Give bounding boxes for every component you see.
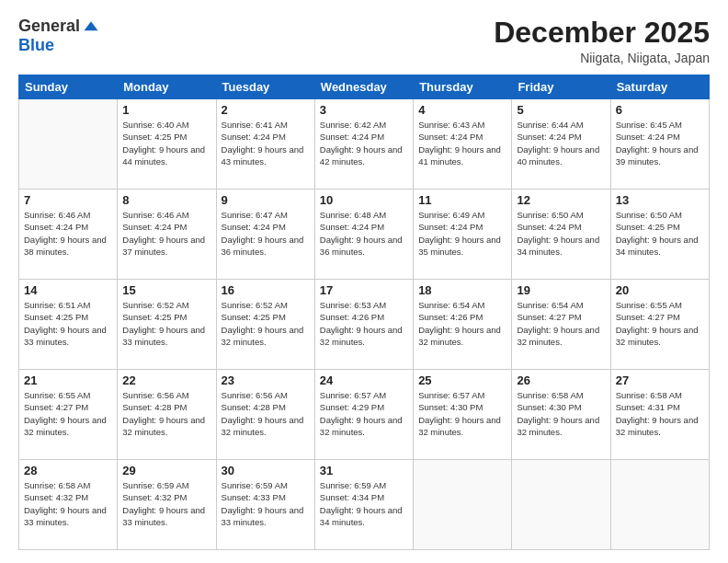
day-cell: 25Sunrise: 6:57 AM Sunset: 4:30 PM Dayli…: [414, 370, 512, 460]
day-info: Sunrise: 6:59 AM Sunset: 4:34 PM Dayligh…: [320, 479, 408, 528]
day-info: Sunrise: 6:53 AM Sunset: 4:26 PM Dayligh…: [320, 299, 408, 348]
week-row-3: 21Sunrise: 6:55 AM Sunset: 4:27 PM Dayli…: [19, 370, 710, 460]
day-number: 4: [418, 103, 506, 117]
weekday-header-saturday: Saturday: [610, 75, 709, 99]
day-cell: 8Sunrise: 6:46 AM Sunset: 4:24 PM Daylig…: [118, 190, 216, 280]
day-number: 13: [616, 193, 704, 207]
day-cell: 23Sunrise: 6:56 AM Sunset: 4:28 PM Dayli…: [216, 370, 314, 460]
day-number: 16: [222, 283, 310, 297]
day-number: 26: [517, 373, 605, 387]
day-cell: 19Sunrise: 6:54 AM Sunset: 4:27 PM Dayli…: [512, 280, 610, 370]
logo-icon: [82, 17, 100, 36]
day-cell: 21Sunrise: 6:55 AM Sunset: 4:27 PM Dayli…: [19, 370, 118, 460]
weekday-header-wednesday: Wednesday: [314, 75, 413, 99]
day-cell: 7Sunrise: 6:46 AM Sunset: 4:24 PM Daylig…: [19, 190, 118, 280]
calendar-subtitle: Niigata, Niigata, Japan: [494, 51, 710, 65]
day-info: Sunrise: 6:48 AM Sunset: 4:24 PM Dayligh…: [320, 209, 408, 258]
day-cell: 11Sunrise: 6:49 AM Sunset: 4:24 PM Dayli…: [414, 190, 512, 280]
day-cell: 4Sunrise: 6:43 AM Sunset: 4:24 PM Daylig…: [414, 99, 512, 190]
day-cell: 12Sunrise: 6:50 AM Sunset: 4:24 PM Dayli…: [512, 190, 610, 280]
day-number: 17: [320, 283, 408, 297]
day-cell: 22Sunrise: 6:56 AM Sunset: 4:28 PM Dayli…: [118, 370, 216, 460]
day-info: Sunrise: 6:55 AM Sunset: 4:27 PM Dayligh…: [616, 299, 704, 348]
day-cell: 30Sunrise: 6:59 AM Sunset: 4:33 PM Dayli…: [216, 460, 314, 550]
day-info: Sunrise: 6:59 AM Sunset: 4:32 PM Dayligh…: [122, 479, 210, 528]
day-cell: [19, 99, 118, 190]
day-cell: 20Sunrise: 6:55 AM Sunset: 4:27 PM Dayli…: [610, 280, 709, 370]
day-number: 5: [517, 103, 605, 117]
day-info: Sunrise: 6:49 AM Sunset: 4:24 PM Dayligh…: [418, 209, 506, 258]
logo-blue-text: Blue: [18, 36, 54, 55]
day-info: Sunrise: 6:41 AM Sunset: 4:24 PM Dayligh…: [222, 119, 310, 167]
day-number: 12: [517, 193, 605, 207]
day-info: Sunrise: 6:44 AM Sunset: 4:24 PM Dayligh…: [517, 119, 605, 167]
day-info: Sunrise: 6:55 AM Sunset: 4:27 PM Dayligh…: [24, 389, 112, 438]
day-info: Sunrise: 6:59 AM Sunset: 4:33 PM Dayligh…: [222, 479, 310, 528]
weekday-header-sunday: Sunday: [19, 75, 118, 99]
day-info: Sunrise: 6:47 AM Sunset: 4:24 PM Dayligh…: [222, 209, 310, 258]
day-number: 9: [222, 193, 310, 207]
day-number: 23: [222, 373, 310, 387]
day-cell: 29Sunrise: 6:59 AM Sunset: 4:32 PM Dayli…: [118, 460, 216, 550]
day-cell: 9Sunrise: 6:47 AM Sunset: 4:24 PM Daylig…: [216, 190, 314, 280]
day-info: Sunrise: 6:40 AM Sunset: 4:25 PM Dayligh…: [122, 119, 210, 167]
day-number: 28: [24, 464, 112, 477]
logo: General Blue: [18, 17, 100, 55]
day-cell: 15Sunrise: 6:52 AM Sunset: 4:25 PM Dayli…: [118, 280, 216, 370]
day-number: 1: [122, 103, 210, 117]
day-number: 29: [122, 464, 210, 477]
day-info: Sunrise: 6:50 AM Sunset: 4:25 PM Dayligh…: [616, 209, 704, 258]
day-info: Sunrise: 6:46 AM Sunset: 4:24 PM Dayligh…: [122, 209, 210, 258]
title-block: December 2025 Niigata, Niigata, Japan: [494, 17, 710, 65]
day-cell: 13Sunrise: 6:50 AM Sunset: 4:25 PM Dayli…: [610, 190, 709, 280]
day-info: Sunrise: 6:50 AM Sunset: 4:24 PM Dayligh…: [517, 209, 605, 258]
day-info: Sunrise: 6:57 AM Sunset: 4:29 PM Dayligh…: [320, 389, 408, 438]
calendar-table: SundayMondayTuesdayWednesdayThursdayFrid…: [18, 75, 710, 550]
week-row-0: 1Sunrise: 6:40 AM Sunset: 4:25 PM Daylig…: [19, 99, 710, 190]
page: General Blue December 2025 Niigata, Niig…: [0, 0, 728, 563]
day-info: Sunrise: 6:58 AM Sunset: 4:31 PM Dayligh…: [616, 389, 704, 438]
day-cell: 24Sunrise: 6:57 AM Sunset: 4:29 PM Dayli…: [314, 370, 413, 460]
day-info: Sunrise: 6:54 AM Sunset: 4:27 PM Dayligh…: [517, 299, 605, 348]
logo-general-text: General: [18, 17, 80, 36]
day-info: Sunrise: 6:45 AM Sunset: 4:24 PM Dayligh…: [616, 119, 704, 167]
day-number: 14: [24, 283, 112, 297]
day-cell: 27Sunrise: 6:58 AM Sunset: 4:31 PM Dayli…: [610, 370, 709, 460]
day-number: 2: [222, 103, 310, 117]
header: General Blue December 2025 Niigata, Niig…: [18, 17, 710, 65]
day-info: Sunrise: 6:56 AM Sunset: 4:28 PM Dayligh…: [222, 389, 310, 438]
day-info: Sunrise: 6:58 AM Sunset: 4:32 PM Dayligh…: [24, 479, 112, 528]
day-info: Sunrise: 6:52 AM Sunset: 4:25 PM Dayligh…: [222, 299, 310, 348]
day-cell: [610, 460, 709, 550]
day-number: 10: [320, 193, 408, 207]
day-cell: 6Sunrise: 6:45 AM Sunset: 4:24 PM Daylig…: [610, 99, 709, 190]
weekday-header-friday: Friday: [512, 75, 610, 99]
day-cell: 2Sunrise: 6:41 AM Sunset: 4:24 PM Daylig…: [216, 99, 314, 190]
day-number: 30: [222, 464, 310, 477]
day-info: Sunrise: 6:54 AM Sunset: 4:26 PM Dayligh…: [418, 299, 506, 348]
day-cell: 14Sunrise: 6:51 AM Sunset: 4:25 PM Dayli…: [19, 280, 118, 370]
day-info: Sunrise: 6:58 AM Sunset: 4:30 PM Dayligh…: [517, 389, 605, 438]
day-number: 25: [418, 373, 506, 387]
day-number: 3: [320, 103, 408, 117]
day-info: Sunrise: 6:46 AM Sunset: 4:24 PM Dayligh…: [24, 209, 112, 258]
day-number: 21: [24, 373, 112, 387]
day-number: 8: [122, 193, 210, 207]
day-info: Sunrise: 6:52 AM Sunset: 4:25 PM Dayligh…: [122, 299, 210, 348]
day-info: Sunrise: 6:43 AM Sunset: 4:24 PM Dayligh…: [418, 119, 506, 167]
day-number: 22: [122, 373, 210, 387]
day-cell: [512, 460, 610, 550]
day-number: 11: [418, 193, 506, 207]
weekday-header-monday: Monday: [118, 75, 216, 99]
day-cell: 1Sunrise: 6:40 AM Sunset: 4:25 PM Daylig…: [118, 99, 216, 190]
day-number: 18: [418, 283, 506, 297]
day-cell: 3Sunrise: 6:42 AM Sunset: 4:24 PM Daylig…: [314, 99, 413, 190]
day-number: 15: [122, 283, 210, 297]
day-info: Sunrise: 6:57 AM Sunset: 4:30 PM Dayligh…: [418, 389, 506, 438]
day-info: Sunrise: 6:42 AM Sunset: 4:24 PM Dayligh…: [320, 119, 408, 167]
day-info: Sunrise: 6:51 AM Sunset: 4:25 PM Dayligh…: [24, 299, 112, 348]
week-row-4: 28Sunrise: 6:58 AM Sunset: 4:32 PM Dayli…: [19, 460, 710, 550]
day-cell: [414, 460, 512, 550]
day-info: Sunrise: 6:56 AM Sunset: 4:28 PM Dayligh…: [122, 389, 210, 438]
day-number: 19: [517, 283, 605, 297]
